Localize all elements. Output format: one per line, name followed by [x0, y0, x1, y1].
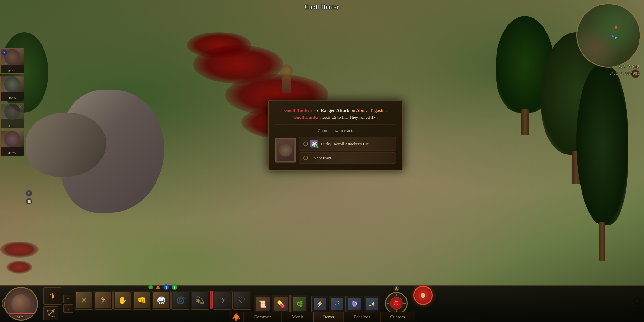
tab-custom[interactable]: Custom — [380, 312, 415, 322]
action-slot-9-inner: 🛡 — [234, 292, 250, 308]
enemy-character — [274, 64, 299, 97]
passive-4-inner: ✨ — [366, 298, 378, 310]
small-action-buttons: Z V — [63, 286, 74, 322]
action-slot-3-inner: ✋ — [115, 292, 131, 308]
lucky-icon: 🎲 — [310, 140, 318, 148]
icon-scroll[interactable]: 📜 — [26, 198, 32, 204]
tab-common[interactable]: Common — [244, 312, 282, 322]
action-slot-2[interactable]: 🏃 — [94, 291, 113, 310]
passive-icon-4[interactable]: ✨ — [364, 296, 380, 312]
reaction-portrait — [275, 138, 296, 162]
tick-left — [387, 303, 389, 304]
bottom-navigation-tabs: Common Monk Items Passives Custom — [229, 312, 415, 322]
action-slot-5-inner: 🥋 — [153, 292, 169, 308]
portrait-hp-1: 31/31 — [1, 69, 24, 73]
portrait-slot-1[interactable]: 31/31 ⚔ — [0, 48, 24, 74]
dialog-attack-text: Gnoll Hunter used Ranged Attack on Abura… — [275, 107, 396, 121]
reaction-option-no-react[interactable]: Do not react. — [299, 153, 396, 164]
slots-with-indicators: 4 3 ⚔ C 🏃 ✋ 👊 🥋 — [75, 284, 251, 310]
portrait-slot-3[interactable]: ✕ 31/31 — [0, 103, 24, 129]
dialog-divider — [275, 125, 396, 125]
hud-portrait-area: 31/31 — [0, 286, 42, 322]
action-slot-9[interactable]: 🛡 — [232, 291, 251, 310]
portrait-slot-4[interactable]: 41/45 — [0, 130, 24, 156]
minimap[interactable]: ⊕ — [576, 3, 641, 68]
coordinates-display: X:7 Y:842 — [618, 64, 639, 69]
inv-slot-1-icon: 📜 — [256, 297, 270, 311]
passive-icon-3[interactable]: 🔮 — [346, 296, 363, 312]
tab-monk[interactable]: Monk — [282, 312, 313, 322]
inv-slot-3-icon: 🌿 — [293, 297, 306, 311]
blood-splatter-2 — [6, 261, 32, 274]
minimap-enemy-dot — [615, 26, 617, 29]
dialog-need-num: 15 — [332, 115, 336, 120]
action-slot-8[interactable]: 🗡 — [213, 291, 232, 310]
dialog-needs-text: needs — [320, 115, 332, 120]
passive-icon-2[interactable]: 🛡 — [329, 296, 346, 312]
fire-icon — [232, 313, 240, 321]
hud-portrait-wrapper: 31/31 — [4, 287, 38, 321]
action-slot-2-inner: 🏃 — [95, 292, 111, 308]
no-react-label: Do not react. — [310, 156, 332, 161]
portrait-dead-x: ✕ — [18, 104, 22, 110]
action-slot-separator — [210, 291, 213, 309]
reaction-option-row-1: 🎲 Lucky: Reroll Attacker's Die Do not re… — [275, 137, 396, 164]
action-slot-4[interactable]: 👊 — [133, 291, 151, 310]
dialog-choose-label: Choose how to react. — [275, 128, 396, 133]
hud-hp-text: 31/31 — [7, 315, 35, 319]
action-slot-3[interactable]: ✋ — [113, 291, 132, 310]
end-turn-button[interactable]: ⏺ — [413, 286, 433, 305]
action-slot-4-inner: 👊 — [134, 292, 150, 308]
portrait-slot-2[interactable]: 40/40 — [0, 76, 24, 101]
hp-bar — [7, 313, 35, 315]
react-dialog: Gnoll Hunter used Ranged Attack on Abura… — [268, 100, 403, 171]
reaction-options: 🎲 Lucky: Reroll Attacker's Die Do not re… — [275, 137, 396, 164]
hp-bar-fill — [8, 313, 34, 314]
radio-no-react[interactable] — [303, 156, 308, 160]
icon-gear[interactable]: ⚙ — [26, 190, 32, 196]
minimap-player-dot — [612, 35, 614, 37]
action-slot-6[interactable]: 🌀 — [171, 291, 190, 310]
inventory-slot-3[interactable]: 🌿 — [290, 295, 308, 313]
dial-outer[interactable]: ⏱ — [385, 292, 408, 315]
dialog-target-name: Abura Togashi — [356, 108, 384, 113]
lock-icon[interactable]: 🔒 — [394, 286, 399, 291]
hud-portrait-hp-display: 31/31 — [7, 313, 35, 319]
tab-fire[interactable] — [229, 312, 244, 322]
lucky-label: Lucky: Reroll Attacker's Die — [321, 141, 369, 147]
reaction-option-lucky[interactable]: 🎲 Lucky: Reroll Attacker's Die — [299, 137, 396, 151]
passive-icon-1[interactable]: ⚡ — [311, 296, 328, 312]
inventory-slot-1[interactable]: 📜 — [254, 295, 271, 313]
tab-passives[interactable]: Passives — [344, 312, 380, 322]
action-slot-1[interactable]: ⚔ C — [75, 291, 93, 310]
enemy-name-label: Gnoll Hunter — [305, 4, 339, 11]
tick-top — [396, 294, 397, 296]
action-slot-5[interactable]: 🥋 — [152, 291, 171, 310]
tick-right — [403, 303, 406, 304]
portrait-image-2 — [1, 76, 24, 92]
slot-label-1: C — [76, 292, 78, 295]
dialog-action-name: Ranged Attack — [321, 108, 349, 113]
radio-lucky[interactable] — [303, 142, 308, 146]
bow-action-button[interactable]: 🏹 — [43, 306, 58, 320]
portrait-hp-2: 40/40 — [1, 97, 24, 100]
version-display: v4.1.1.3624901 — [609, 71, 639, 76]
action-slot-7[interactable]: 💫 — [191, 291, 209, 310]
dialog-tohit-text: to hit. They rolled — [337, 115, 371, 120]
action-slots-row: ⚔ C 🏃 ✋ 👊 🥋 🌀 💫 — [75, 291, 251, 310]
portrait-hp-4: 41/45 — [1, 151, 24, 155]
portrait-icon-1: ⚔ — [1, 50, 7, 55]
action-slot-1-inner: ⚔ — [76, 292, 92, 308]
ability-indicators-row: 4 3 — [75, 284, 251, 290]
sword-action-button[interactable]: 🗡 — [43, 287, 61, 305]
portrait-face-detail — [11, 294, 31, 314]
tab-items[interactable]: Items — [313, 312, 344, 322]
action-slot-7-inner: 💫 — [192, 292, 208, 308]
inv-slot-2-icon: 💊 — [274, 297, 288, 311]
blood-splatter-1 — [0, 242, 39, 258]
action-z-button[interactable]: Z — [63, 295, 73, 303]
inventory-slot-2[interactable]: 💊 — [272, 295, 290, 313]
action-v-button[interactable]: V — [63, 304, 73, 313]
passive-2-inner: 🛡 — [331, 298, 343, 310]
end-turn-icon: ⏺ — [420, 291, 427, 299]
